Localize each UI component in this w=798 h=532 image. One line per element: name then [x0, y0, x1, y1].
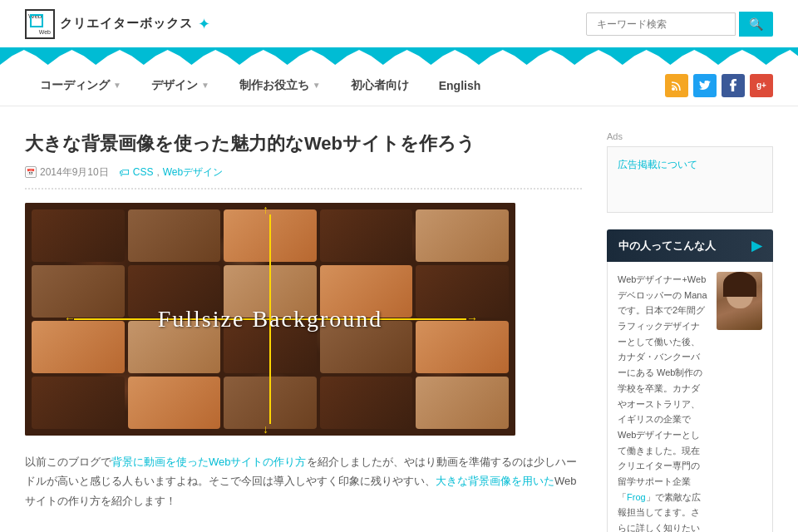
choco-piece: [416, 321, 509, 373]
calendar-icon: 📅: [25, 166, 37, 178]
tag-webdesign[interactable]: Webデザイン: [163, 165, 223, 180]
googleplus-icon[interactable]: g+: [750, 74, 773, 97]
featured-image: Fullsize Background: [25, 203, 515, 436]
twitter-icon[interactable]: [693, 74, 717, 97]
choco-piece: [320, 209, 413, 262]
choco-piece: [128, 377, 221, 429]
choco-piece: [32, 321, 125, 373]
choco-piece: [416, 265, 509, 318]
nav-item-beginner[interactable]: 初心者向け: [336, 66, 424, 106]
post-body-paragraph: 以前このブログで背景に動画を使ったWebサイトの作り方を紹介しましたが、やはり動…: [25, 452, 582, 510]
post-body: 以前このブログで背景に動画を使ったWebサイトの作り方を紹介しましたが、やはり動…: [25, 452, 582, 510]
nav-item-coding[interactable]: コーディング ▼: [25, 66, 136, 106]
tag-css[interactable]: CSS: [133, 166, 154, 178]
search-button[interactable]: 🔍: [739, 12, 773, 37]
avatar: [717, 272, 762, 330]
sidebar-ads: Ads 広告掲載について: [607, 131, 773, 213]
nav-link-production[interactable]: 制作お役立ち ▼: [224, 66, 336, 106]
nav-link-coding[interactable]: コーディング ▼: [25, 66, 136, 106]
about-section-content: Webデザイナー+Webデベロッパーの Mana です。日本で2年間グラフィック…: [607, 262, 773, 532]
sidebar: Ads 広告掲載について 中の人ってこんな人 ▶ Webデザイナー+Webデベロ…: [607, 131, 773, 532]
body-link-video[interactable]: 背景に動画を使ったWebサイトの作り方: [111, 456, 307, 468]
nav-arrow-coding: ▼: [113, 81, 121, 90]
about-section-title: 中の人ってこんな人: [618, 239, 716, 254]
about-section-header: 中の人ってこんな人 ▶: [607, 229, 773, 262]
choco-piece: [416, 377, 509, 429]
about-section: 中の人ってこんな人 ▶ Webデザイナー+Webデベロッパーの Mana です。…: [607, 229, 773, 532]
image-overlay-text: Fullsize Background: [158, 306, 383, 332]
nav-arrow-production: ▼: [313, 81, 321, 90]
ads-box: 広告掲載について: [607, 146, 773, 213]
rss-icon[interactable]: [665, 74, 688, 97]
nav-label-beginner: 初心者向け: [351, 78, 409, 93]
site-name: クリエイターボックス: [60, 16, 193, 32]
main-container: 大きな背景画像を使った魅力的なWebサイトを作ろう 📅 2014年9月10日 🏷…: [0, 106, 798, 532]
choco-piece: [32, 377, 125, 429]
nav-item-english[interactable]: English: [424, 66, 496, 105]
nav-link-design[interactable]: デザイン ▼: [136, 66, 224, 106]
nav-item-production[interactable]: 制作お役立ち ▼: [224, 66, 336, 106]
about-text: Webデザイナー+Webデベロッパーの Mana です。日本で2年間グラフィック…: [618, 272, 708, 532]
nav-link-english[interactable]: English: [424, 66, 496, 105]
search-input[interactable]: [586, 12, 736, 36]
nav-arrow-design: ▼: [201, 81, 209, 90]
site-header: Web クリエイターボックス ✦ 🔍: [0, 0, 798, 50]
choco-piece: [32, 209, 125, 262]
search-area: 🔍: [586, 12, 773, 37]
nav-label-english: English: [439, 79, 481, 92]
frog-link[interactable]: Frog: [627, 492, 646, 502]
nav-label-design: デザイン: [151, 78, 198, 93]
main-nav: コーディング ▼ デザイン ▼ 制作お役立ち ▼ 初心者向け English: [0, 65, 798, 106]
choco-piece: [128, 209, 221, 262]
tag-icon: 🏷: [119, 166, 130, 179]
about-layout: Webデザイナー+Webデベロッパーの Mana です。日本で2年間グラフィック…: [618, 272, 762, 532]
about-arrow-icon: ▶: [751, 238, 761, 254]
logo-dot: ✦: [198, 15, 210, 33]
nav-link-beginner[interactable]: 初心者向け: [336, 66, 424, 106]
post-date: 📅 2014年9月10日: [25, 165, 109, 180]
choco-piece: [416, 209, 509, 262]
post-tags: 🏷 CSS , Webデザイン: [119, 165, 224, 180]
ads-link[interactable]: 広告掲載について: [618, 159, 697, 170]
nav-label-coding: コーディング: [40, 78, 110, 93]
choco-piece: [320, 377, 413, 429]
ads-label: Ads: [607, 131, 773, 141]
body-link-image[interactable]: 大きな背景画像を用いた: [436, 475, 554, 487]
social-icons: g+: [665, 74, 773, 97]
nav-item-design[interactable]: デザイン ▼: [136, 66, 224, 106]
post-date-text: 2014年9月10日: [40, 165, 109, 180]
facebook-icon[interactable]: [722, 74, 745, 97]
nav-list: コーディング ▼ デザイン ▼ 制作お役立ち ▼ 初心者向け English: [25, 66, 495, 106]
tag-separator: ,: [156, 166, 159, 178]
post-title: 大きな背景画像を使った魅力的なWebサイトを作ろう: [25, 131, 582, 157]
logo-icon: Web: [25, 9, 55, 39]
nav-label-production: 制作お役立ち: [239, 78, 309, 93]
svg-point-0: [672, 87, 675, 91]
featured-image-wrapper: Fullsize Background: [25, 203, 515, 436]
wave-decoration: [0, 50, 798, 65]
logo-web-text: Web: [39, 29, 51, 35]
content-area: 大きな背景画像を使った魅力的なWebサイトを作ろう 📅 2014年9月10日 🏷…: [25, 131, 582, 532]
logo-area: Web クリエイターボックス ✦: [25, 9, 210, 39]
post-meta: 📅 2014年9月10日 🏷 CSS , Webデザイン: [25, 165, 582, 190]
choco-piece: [32, 265, 125, 318]
